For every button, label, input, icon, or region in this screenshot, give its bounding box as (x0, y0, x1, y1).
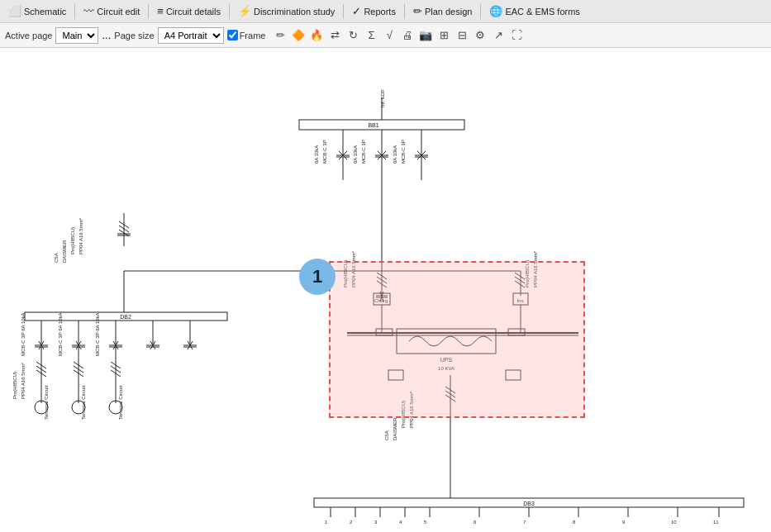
svg-text:C5A: C5A (384, 430, 389, 440)
svg-text:4: 4 (399, 520, 402, 525)
svg-text:DAISMER: DAISMER (393, 417, 397, 440)
schematic-icon: ⬜ (8, 5, 21, 17)
svg-text:6A 10kA: 6A 10kA (353, 145, 358, 164)
svg-text:6: 6 (474, 520, 477, 525)
maximize-icon[interactable]: ⛶ (508, 27, 525, 44)
plan-design-icon: ✏ (413, 5, 422, 17)
svg-text:Pro(H85CU): Pro(H85CU) (401, 401, 406, 428)
svg-text:Terminal Circuit: Terminal Circuit (118, 385, 123, 420)
svg-text:7: 7 (523, 520, 526, 525)
svg-text:PP04 A16 5mm²: PP04 A16 5mm² (533, 251, 538, 287)
menu-plan-design[interactable]: ✏ Plan design (408, 3, 478, 19)
frame-checkbox-group: Frame (227, 30, 266, 40)
svg-text:Terminal Circuit: Terminal Circuit (81, 385, 86, 420)
menu-sep-6 (480, 4, 481, 19)
svg-text:PP04 A16 5mm²: PP04 A16 5mm² (409, 392, 414, 428)
menu-circuit-edit[interactable]: 〰 Circuit edit (79, 3, 145, 19)
svg-text:MCB-C 3P 6A 10kA: MCB-C 3P 6A 10kA (95, 312, 100, 356)
svg-text:MCB-C 3P 6A 10kA: MCB-C 3P 6A 10kA (21, 312, 26, 356)
svg-text:BB1: BB1 (368, 122, 378, 128)
arrows-icon[interactable]: ⇄ (326, 27, 343, 44)
frame-label: Frame (240, 31, 266, 40)
svg-rect-116 (388, 370, 403, 380)
svg-text:3: 3 (374, 520, 378, 525)
svg-text:6A 10kA: 6A 10kA (393, 145, 397, 164)
svg-text:PP04 A16 5mm²: PP04 A16 5mm² (351, 251, 356, 287)
svg-text:C5A: C5A (54, 253, 59, 263)
canvas-area: 1 .sch-text { font-family: Arial, sans-s… (0, 48, 771, 532)
toolbar-icons: ✏ 🔶 🔥 ⇄ ↻ Σ √ 🖨 📷 ⊞ ⊟ ⚙ ↗ ⛶ (272, 27, 525, 44)
active-page-select[interactable]: Main (55, 27, 98, 44)
badge-number: 1 (299, 259, 336, 295)
settings-icon[interactable]: ⚙ (472, 27, 488, 44)
svg-text:10 KVA: 10 KVA (438, 366, 455, 371)
menu-sep-5 (404, 4, 405, 19)
svg-text:PP04 A16 5mm²: PP04 A16 5mm² (79, 218, 83, 254)
svg-text:DB3: DB3 (523, 501, 535, 506)
page-size-label: Page size (114, 31, 154, 40)
svg-text:Pro(H85CU): Pro(H85CU) (525, 260, 530, 287)
svg-text:Inv.: Inv. (516, 298, 525, 303)
frame-checkbox[interactable] (227, 30, 238, 40)
printer-icon[interactable]: 🖨 (399, 27, 416, 44)
svg-text:MCB-C 3P: MCB-C 3P (401, 140, 406, 164)
sqrt-icon[interactable]: √ (381, 27, 397, 44)
reports-icon: ✓ (352, 5, 361, 17)
svg-text:MCB-C 3P: MCB-C 3P (322, 140, 327, 164)
svg-text:Pro(H85CU): Pro(H85CU) (12, 372, 17, 399)
menu-sep-2 (148, 4, 149, 19)
svg-rect-0 (299, 120, 464, 130)
svg-text:MCB-C 3P 6A 10kA: MCB-C 3P 6A 10kA (58, 312, 63, 356)
menu-schematic[interactable]: ⬜ Schematic (3, 3, 71, 19)
menu-sep-1 (74, 4, 75, 19)
menu-sep-3 (229, 4, 230, 19)
svg-text:1: 1 (325, 520, 328, 525)
grid-icon[interactable]: ⊞ (435, 27, 452, 44)
circuit-edit-icon: 〰 (83, 5, 94, 17)
svg-rect-117 (506, 370, 521, 380)
menu-reports[interactable]: ✓ Reports (347, 3, 401, 19)
pencil-icon[interactable]: ✏ (272, 27, 288, 44)
circuit-details-icon: ≡ (157, 5, 164, 17)
svg-text:DB2: DB2 (120, 314, 131, 320)
menu-circuit-details[interactable]: ≡ Circuit details (152, 3, 226, 19)
svg-text:8: 8 (573, 520, 576, 525)
svg-text:9: 9 (622, 520, 626, 525)
menu-sep-4 (343, 4, 344, 19)
schematic-diagram: .sch-text { font-family: Arial, sans-ser… (0, 48, 771, 532)
svg-text:DAISMER: DAISMER (62, 240, 67, 263)
page-size-select[interactable]: A4 Portrait (158, 27, 224, 44)
svg-text:Inf. EDF: Inf. EDF (380, 89, 385, 107)
svg-text:MCB-C 3P: MCB-C 3P (361, 140, 366, 164)
toolbar-dots[interactable]: ... (102, 29, 111, 41)
svg-text:11: 11 (713, 520, 719, 525)
menu-discrimination[interactable]: ⚡ Discrimination study (233, 3, 340, 19)
svg-text:6A 10kA: 6A 10kA (314, 145, 319, 164)
svg-text:2: 2 (350, 520, 353, 525)
svg-text:Pro(H85CU): Pro(H85CU) (70, 227, 75, 254)
toolbar: Active page Main ... Page size A4 Portra… (0, 23, 771, 48)
layers-icon[interactable]: 🔶 (290, 27, 307, 44)
discrimination-icon: ⚡ (238, 5, 251, 17)
svg-text:5: 5 (424, 520, 427, 525)
eac-ems-icon: 🌐 (489, 5, 502, 17)
svg-text:Pro(H85CU): Pro(H85CU) (343, 260, 348, 287)
flame-icon[interactable]: 🔥 (308, 27, 325, 44)
export-icon[interactable]: ↗ (490, 27, 507, 44)
camera-icon[interactable]: 📷 (417, 27, 434, 44)
menu-bar: ⬜ Schematic 〰 Circuit edit ≡ Circuit det… (0, 0, 771, 23)
table-icon[interactable]: ⊟ (454, 27, 470, 44)
sigma-icon[interactable]: Σ (363, 27, 379, 44)
svg-text:Charg.: Charg. (374, 298, 389, 303)
menu-eac-ems[interactable]: 🌐 EAC & EMS forms (484, 3, 584, 19)
svg-text:PP04 A16 5mm²: PP04 A16 5mm² (21, 363, 26, 399)
active-page-label: Active page (5, 31, 52, 40)
svg-text:10: 10 (671, 520, 677, 525)
refresh-icon[interactable]: ↻ (345, 27, 361, 44)
svg-text:Terminal Circuit: Terminal Circuit (44, 385, 49, 420)
svg-text:UPS: UPS (440, 357, 453, 363)
